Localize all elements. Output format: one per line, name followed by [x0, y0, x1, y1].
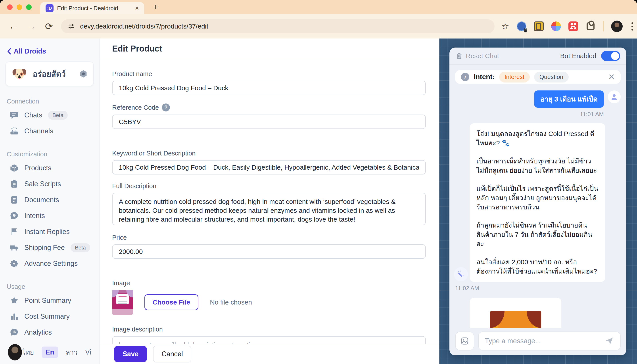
product-image-thumbnail [112, 290, 133, 315]
reference-code-input[interactable] [112, 114, 426, 129]
new-tab-button[interactable]: + [152, 2, 158, 12]
message-input-wrap [478, 332, 621, 350]
droid-card[interactable]: 🐶 อร่อยสัตว์ [5, 62, 94, 86]
folder-extension-icon[interactable] [534, 22, 544, 31]
sidebar-item-products[interactable]: Products [0, 160, 99, 176]
all-droids-link[interactable]: All Droids [0, 38, 99, 55]
beta-badge: Beta [70, 243, 90, 252]
sidebar-item-advance-settings[interactable]: Advance Settings [0, 256, 99, 272]
intent-banner: i Intent: Interest Question ✕ [455, 70, 621, 84]
lang-thai[interactable]: ไทย [22, 347, 34, 358]
edit-product-form: Product name Reference Code ? Keyword or… [100, 59, 439, 360]
tab-close-icon[interactable]: × [135, 4, 139, 12]
browser-tab[interactable]: :D Edit Product - Dealdroid × [40, 2, 144, 14]
sidebar-item-sale-scripts[interactable]: Sale Scripts [0, 176, 99, 192]
chat-preview-panel: Reset Chat Bot Enabled i Intent: Interes… [439, 38, 637, 364]
toolbar-divider [603, 21, 604, 32]
sidebar-item-documents[interactable]: Documents [0, 192, 99, 208]
user-chat-avatar [608, 90, 621, 103]
file-chosen-status: No file chosen [210, 298, 252, 306]
sidebar-item-chats[interactable]: Chats Beta [0, 107, 99, 123]
browser-profile-avatar[interactable] [611, 20, 622, 32]
chat-body: i Intent: Interest Question ✕ อายุ 3 เดื… [450, 65, 626, 328]
close-window-button[interactable] [7, 4, 12, 10]
droid-settings-icon[interactable] [79, 70, 88, 78]
help-icon[interactable]: ? [162, 104, 170, 112]
tab-title: Edit Product - Dealdroid [57, 5, 132, 12]
send-icon[interactable] [605, 336, 614, 346]
section-customization: Customization [0, 139, 99, 160]
magic-wand-icon[interactable] [454, 267, 468, 281]
sidebar-item-cost-summary[interactable]: Cost Summary [0, 308, 99, 324]
intent-chip-interest[interactable]: Interest [499, 72, 530, 82]
attach-image-button[interactable] [455, 332, 474, 350]
reset-chat-button[interactable]: Reset Chat [456, 52, 499, 60]
minimize-window-button[interactable] [16, 4, 22, 10]
network-extension-icon[interactable] [568, 22, 578, 31]
lang-english[interactable]: En [42, 346, 58, 358]
full-description-textarea[interactable]: A complete nutrition cold pressed dog fo… [112, 193, 426, 225]
keyword-input[interactable] [112, 160, 426, 174]
toolbar-actions: ☆ [501, 20, 634, 32]
browser-menu-icon[interactable] [630, 22, 634, 30]
chat-icon [10, 111, 18, 120]
page-title: Edit Product [112, 44, 162, 54]
back-icon[interactable]: ← [8, 21, 19, 32]
bot-enabled-label: Bot Enabled [560, 52, 596, 60]
info-icon: i [461, 73, 469, 81]
box-icon [10, 164, 18, 172]
clipboard-icon [10, 180, 18, 188]
bot-message-time: 11:02 AM [455, 285, 621, 292]
bookmark-star-icon[interactable]: ☆ [501, 21, 509, 32]
sidebar-item-point-summary[interactable]: Point Summary [0, 292, 99, 308]
trash-icon [456, 52, 463, 60]
truck-icon [10, 243, 18, 252]
price-input[interactable] [112, 244, 426, 259]
product-name-label: Product name [112, 70, 426, 78]
chat-bars-icon [10, 328, 18, 337]
full-description-label: Full Description [112, 182, 426, 190]
sidebar-item-analytics[interactable]: Analytics [0, 324, 99, 340]
keyword-label: Keyword or Short Description [112, 150, 426, 157]
browser-titlebar: :D Edit Product - Dealdroid × + [0, 0, 637, 14]
bot-enabled-toggle[interactable] [601, 51, 620, 61]
image-description-label: Image description [112, 326, 426, 333]
flag-icon [10, 227, 18, 236]
zoom-window-button[interactable] [26, 4, 32, 10]
bot-image-bubble[interactable]: WALKER DRAKE WHAT IS COLD PRESSED? THE B… [470, 298, 561, 328]
chat-card: Reset Chat Bot Enabled i Intent: Interes… [450, 48, 626, 356]
pinwheel-extension-icon[interactable] [551, 22, 561, 31]
save-button[interactable]: Save [114, 346, 147, 362]
url-bar[interactable]: devy.dealdroid.net/droids/7/products/37/… [61, 19, 494, 34]
close-icon[interactable]: ✕ [608, 72, 615, 82]
intent-chip-question[interactable]: Question [534, 72, 569, 82]
product-bag-image: WALKER DRAKE WHAT IS COLD PRESSED? THE B… [490, 311, 541, 328]
browser-window: :D Edit Product - Dealdroid × + ← → ⟳ de… [0, 0, 637, 364]
choose-file-button[interactable]: Choose File [144, 294, 198, 310]
sidebar-footer: ไทย En ลาว Vi [0, 343, 99, 364]
lang-lao[interactable]: ลาว [66, 347, 78, 358]
message-input[interactable] [485, 337, 600, 345]
sidebar-item-intents[interactable]: Intents [0, 208, 99, 224]
sidebar-item-shipping-fee[interactable]: Shipping Fee Beta [0, 240, 99, 256]
product-name-input[interactable] [112, 81, 426, 95]
extensions-puzzle-icon[interactable] [586, 22, 596, 31]
beta-badge: Beta [48, 111, 68, 120]
sidebar: All Droids 🐶 อร่อยสัตว์ Connection Chats… [0, 38, 100, 364]
sidebar-item-channels[interactable]: Channels [0, 123, 99, 139]
bar-chart-icon [10, 312, 18, 321]
person-icon [610, 93, 618, 101]
section-connection: Connection [0, 86, 99, 107]
cancel-button[interactable]: Cancel [153, 346, 191, 362]
user-message-bubble: อายุ 3 เดือน แพ้เป็ด [534, 90, 604, 108]
sidebar-item-instant-replies[interactable]: Instant Replies [0, 224, 99, 240]
reload-icon[interactable]: ⟳ [43, 21, 54, 32]
user-avatar[interactable] [8, 344, 22, 360]
traffic-lights[interactable] [7, 4, 32, 10]
forward-icon[interactable]: → [26, 21, 37, 32]
password-extension-icon[interactable] [517, 22, 526, 31]
site-settings-icon[interactable] [68, 22, 75, 30]
reference-code-label: Reference Code ? [112, 104, 426, 112]
url-text: devy.dealdroid.net/droids/7/products/37/… [80, 22, 208, 30]
lang-vietnamese[interactable]: Vi [85, 348, 91, 356]
